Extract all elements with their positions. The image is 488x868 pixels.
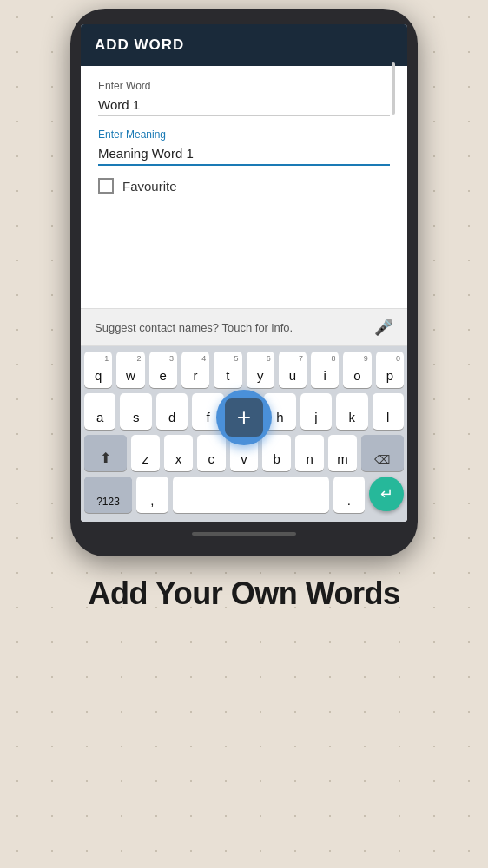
key-period[interactable]: . [333, 477, 366, 513]
phone-screen: ADD WORD Enter Word Enter Meaning Favour… [81, 24, 407, 522]
meaning-input-group: Enter Meaning [98, 128, 390, 166]
keyboard-row-4: ?123 , . ↵ [84, 477, 404, 513]
phone-bottom [81, 522, 407, 536]
key-p[interactable]: 0p [376, 352, 404, 388]
key-x[interactable]: x [164, 435, 193, 471]
favourite-row[interactable]: Favourite [98, 178, 390, 194]
fab-plus-icon: + [237, 405, 251, 430]
suggestion-bar[interactable]: Suggest contact names? Touch for info. 🎤 [81, 308, 407, 346]
key-z[interactable]: z [131, 435, 160, 471]
word-label: Enter Word [98, 80, 390, 92]
suggestion-text: Suggest contact names? Touch for info. [95, 321, 293, 334]
empty-area [81, 204, 407, 308]
app-bar-title: ADD WORD [95, 36, 184, 53]
key-backspace[interactable]: ⌫ [361, 435, 404, 471]
key-d[interactable]: d [156, 393, 188, 430]
key-o[interactable]: 9o [343, 352, 371, 388]
key-numsym[interactable]: ?123 [84, 477, 132, 513]
key-enter[interactable]: ↵ [369, 477, 404, 511]
key-s[interactable]: s [120, 393, 151, 430]
key-shift[interactable]: ⬆ [84, 435, 127, 471]
fab-add-button[interactable]: + [216, 390, 272, 445]
word-input-group: Enter Word [98, 80, 390, 116]
key-space[interactable] [173, 477, 329, 513]
phone-frame: ADD WORD Enter Word Enter Meaning Favour… [70, 9, 418, 556]
key-b[interactable]: b [262, 435, 291, 471]
key-e[interactable]: 3e [149, 352, 177, 388]
key-u[interactable]: 7u [279, 352, 307, 388]
form-area: Enter Word Enter Meaning Favourite [81, 66, 407, 204]
key-c[interactable]: c [197, 435, 226, 471]
key-y[interactable]: 6y [247, 352, 274, 388]
key-w[interactable]: 2w [116, 352, 144, 388]
key-j[interactable]: j [300, 393, 332, 430]
key-k[interactable]: k [336, 393, 367, 430]
meaning-input[interactable] [98, 142, 390, 166]
app-bar: ADD WORD [81, 24, 407, 66]
scrollbar-hint [392, 62, 395, 115]
word-input[interactable] [98, 94, 390, 116]
key-q[interactable]: 1q [84, 352, 112, 388]
key-l[interactable]: l [373, 393, 404, 430]
key-n[interactable]: n [295, 435, 324, 471]
mic-icon[interactable]: 🎤 [374, 318, 393, 337]
bottom-text: Add Your Own Words [89, 575, 400, 612]
home-bar [192, 532, 296, 536]
meaning-label: Enter Meaning [98, 128, 390, 141]
key-m[interactable]: m [328, 435, 357, 471]
fab-inner: + [225, 398, 263, 437]
key-comma[interactable]: , [136, 477, 168, 513]
key-i[interactable]: 8i [311, 352, 339, 388]
key-a[interactable]: a [84, 393, 115, 430]
key-t[interactable]: 5t [214, 352, 241, 388]
favourite-checkbox[interactable] [98, 178, 114, 194]
keyboard-row-1: 1q 2w 3e 4r 5t 6y 7u 8i 9o 0p [84, 352, 404, 388]
favourite-label: Favourite [122, 179, 177, 194]
key-r[interactable]: 4r [181, 352, 209, 388]
